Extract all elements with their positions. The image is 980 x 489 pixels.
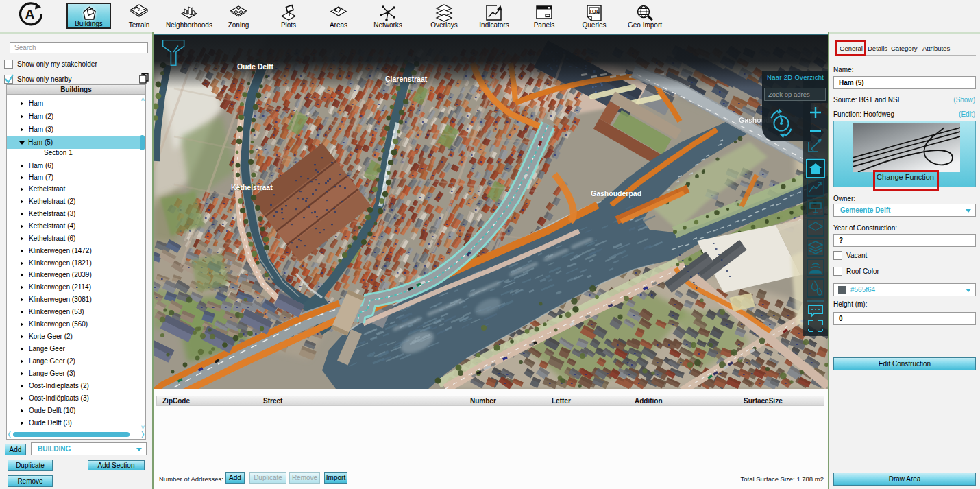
svg-text:Oude Delft: Oude Delft bbox=[237, 62, 274, 71]
svg-text:Clarenstraat: Clarenstraat bbox=[385, 75, 428, 83]
svg-text:A: A bbox=[25, 7, 34, 22]
svg-text:TQL: TQL bbox=[589, 8, 600, 14]
svg-text:Gashouderpad: Gashouderpad bbox=[591, 189, 641, 198]
svg-text:Kethelstraat: Kethelstraat bbox=[231, 183, 273, 191]
